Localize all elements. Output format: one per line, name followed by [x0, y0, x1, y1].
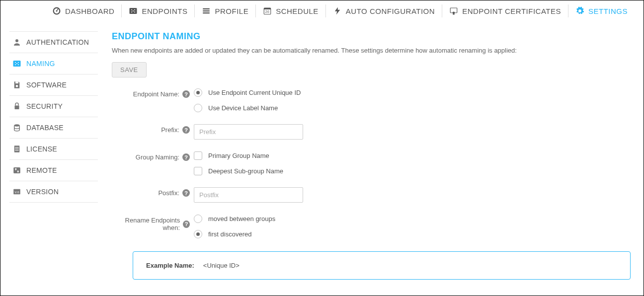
radio-moved-between-groups[interactable]: moved between groups [194, 215, 631, 223]
nav-label: DASHBOARD [65, 7, 115, 15]
svg-point-20 [15, 62, 16, 63]
sidebar-item-software[interactable]: SOFTWARE [9, 74, 98, 96]
radio-input[interactable] [194, 230, 202, 238]
svg-rect-30 [15, 147, 19, 148]
radio-input[interactable] [194, 88, 202, 97]
sidebar-item-label: SOFTWARE [26, 81, 67, 89]
page-description: When new endpoints are added or updated … [112, 47, 631, 54]
nav-schedule[interactable]: 26 SCHEDULE [255, 4, 325, 17]
svg-point-7 [131, 11, 132, 12]
svg-point-18 [15, 39, 18, 42]
prefix-controls [194, 124, 631, 140]
sidebar-item-authentication[interactable]: AUTHENTICATION [9, 31, 98, 53]
help-icon[interactable]: ? [182, 126, 190, 134]
sidebar-item-security[interactable]: SECURITY [9, 96, 98, 117]
nav-auto-config[interactable]: AUTO CONFIGURATION [325, 4, 442, 17]
content-panel: ENDPOINT NAMING When new endpoints are a… [112, 31, 635, 285]
svg-rect-27 [15, 106, 19, 110]
svg-point-28 [14, 124, 20, 127]
label-group-naming: Group Naming: ? [112, 151, 194, 161]
checkbox-input[interactable] [194, 167, 202, 175]
svg-point-26 [16, 85, 18, 87]
sidebar-item-label: DATABASE [26, 124, 64, 132]
help-icon[interactable]: ? [182, 153, 190, 161]
row-endpoint-name: Endpoint Name: ? Use Endpoint Current Un… [112, 88, 631, 112]
sidebar-item-label: NAMING [26, 60, 55, 68]
nav-label: ENDPOINT CERTIFICATES [462, 7, 561, 15]
nav-settings[interactable]: SETTINGS [568, 4, 635, 17]
check-deepest-subgroup[interactable]: Deepest Sub-group Name [194, 167, 631, 175]
group-naming-options: Primary Group Name Deepest Sub-group Nam… [194, 151, 631, 175]
bolt-icon [333, 6, 342, 15]
help-icon[interactable]: ? [182, 189, 190, 197]
example-value: <Unique ID> [203, 262, 240, 269]
lock-icon [12, 102, 21, 111]
nav-label: ENDPOINTS [142, 7, 187, 15]
gear-icon [575, 6, 584, 15]
row-group-naming: Group Naming: ? Primary Group Name Deepe… [112, 151, 631, 175]
nav-profile[interactable]: PROFILE [194, 4, 255, 17]
person-icon [12, 38, 21, 47]
svg-rect-25 [15, 81, 18, 83]
radio-input[interactable] [194, 104, 202, 112]
example-name-box: Example Name: <Unique ID> [133, 251, 631, 280]
sidebar-item-version[interactable]: V.0 VERSION [9, 181, 98, 203]
floppy-icon [12, 80, 21, 89]
postfix-input[interactable] [194, 187, 303, 203]
grid-dots-icon [129, 6, 138, 15]
postfix-controls [194, 187, 631, 203]
help-icon[interactable]: ? [182, 90, 190, 98]
version-icon: V.0 [12, 187, 21, 196]
svg-point-6 [134, 9, 135, 10]
prefix-input[interactable] [194, 124, 303, 140]
svg-point-8 [134, 11, 135, 12]
database-icon [12, 123, 21, 132]
row-rename-when: Rename Endpoints when: ? moved between g… [112, 215, 631, 238]
help-icon[interactable]: ? [183, 221, 190, 228]
rename-when-options: moved between groups first discovered [194, 215, 631, 238]
main-area: AUTHENTICATION NAMING SOFTWARE SECURITY … [0, 22, 644, 294]
svg-point-21 [18, 62, 19, 63]
svg-rect-12 [203, 12, 210, 13]
row-prefix: Prefix: ? [112, 124, 631, 140]
sidebar-item-remote[interactable]: REMOTE [9, 160, 98, 181]
svg-point-23 [18, 64, 19, 65]
checkbox-label: Deepest Sub-group Name [208, 167, 283, 175]
svg-point-9 [133, 10, 134, 11]
row-postfix: Postfix: ? [112, 187, 631, 203]
radio-label: moved between groups [208, 215, 275, 222]
check-primary-group[interactable]: Primary Group Name [194, 151, 631, 160]
radio-input[interactable] [194, 215, 202, 223]
page-title: ENDPOINT NAMING [112, 31, 631, 42]
nav-label: SETTINGS [588, 7, 628, 15]
svg-rect-33 [13, 167, 20, 173]
nav-endpoint-certificates[interactable]: ENDPOINT CERTIFICATES [442, 4, 568, 17]
svg-point-22 [15, 64, 16, 65]
example-label: Example Name: [146, 262, 194, 269]
svg-point-24 [16, 63, 17, 64]
nav-dashboard[interactable]: DASHBOARD [45, 4, 122, 17]
sidebar-item-naming[interactable]: NAMING [9, 53, 98, 74]
sidebar-item-label: REMOTE [26, 166, 57, 174]
label-prefix: Prefix: ? [112, 124, 194, 134]
svg-rect-11 [203, 10, 210, 11]
endpoint-name-options: Use Endpoint Current Unique ID Use Devic… [194, 88, 631, 112]
nav-endpoints[interactable]: ENDPOINTS [121, 4, 194, 17]
settings-sidebar: AUTHENTICATION NAMING SOFTWARE SECURITY … [9, 31, 98, 285]
save-button[interactable]: SAVE [112, 62, 147, 77]
svg-rect-10 [203, 8, 210, 9]
radio-use-unique-id[interactable]: Use Endpoint Current Unique ID [194, 88, 631, 97]
svg-rect-31 [15, 148, 19, 149]
radio-use-device-label[interactable]: Use Device Label Name [194, 104, 631, 112]
sidebar-item-license[interactable]: LICENSE [9, 139, 98, 160]
gauge-icon [52, 6, 61, 15]
label-postfix: Postfix: ? [112, 187, 194, 197]
checkbox-input[interactable] [194, 151, 202, 160]
radio-first-discovered[interactable]: first discovered [194, 230, 631, 238]
radio-label: first discovered [208, 230, 251, 238]
list-icon [202, 6, 211, 15]
sidebar-item-database[interactable]: DATABASE [9, 117, 98, 139]
label-rename-when: Rename Endpoints when: ? [112, 215, 194, 231]
checkbox-label: Primary Group Name [208, 152, 269, 159]
svg-point-2 [56, 10, 57, 12]
